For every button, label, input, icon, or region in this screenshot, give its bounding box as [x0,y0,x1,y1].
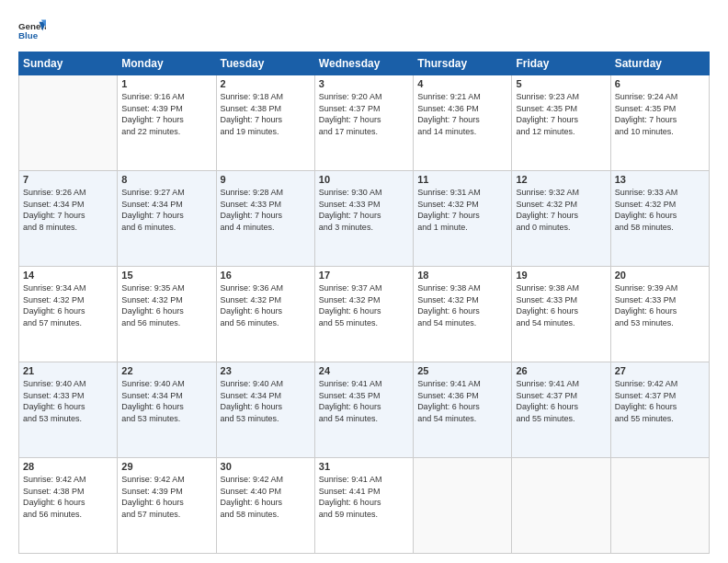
col-header-wednesday: Wednesday [314,52,413,75]
day-number: 10 [319,174,409,185]
day-number: 30 [221,461,311,472]
calendar-cell: 10Sunrise: 9:30 AM Sunset: 4:33 PM Dayli… [314,171,413,267]
day-number: 7 [23,174,113,185]
calendar-cell: 9Sunrise: 9:28 AM Sunset: 4:33 PM Daylig… [216,171,314,267]
cell-info: Sunrise: 9:41 AM Sunset: 4:35 PM Dayligh… [319,378,409,424]
page: General Blue SundayMondayTuesdayWednesda… [0,0,728,563]
day-number: 4 [417,78,507,89]
calendar-cell: 15Sunrise: 9:35 AM Sunset: 4:32 PM Dayli… [118,267,216,362]
day-number: 29 [121,461,211,472]
day-number: 13 [615,174,705,185]
day-number: 22 [121,365,211,376]
cell-info: Sunrise: 9:40 AM Sunset: 4:34 PM Dayligh… [221,378,311,424]
day-number: 8 [121,174,211,185]
day-number: 27 [615,365,705,376]
day-number: 31 [319,461,409,472]
day-number: 2 [221,78,311,89]
logo: General Blue [18,17,46,44]
day-number: 20 [615,270,705,281]
day-number: 24 [319,365,409,376]
calendar-cell: 31Sunrise: 9:41 AM Sunset: 4:41 PM Dayli… [314,458,413,554]
calendar-cell: 23Sunrise: 9:40 AM Sunset: 4:34 PM Dayli… [216,362,314,458]
cell-info: Sunrise: 9:21 AM Sunset: 4:36 PM Dayligh… [417,91,507,137]
calendar-cell: 16Sunrise: 9:36 AM Sunset: 4:32 PM Dayli… [216,267,314,362]
day-number: 12 [516,174,606,185]
calendar-cell: 5Sunrise: 9:23 AM Sunset: 4:35 PM Daylig… [512,75,610,171]
calendar-cell: 28Sunrise: 9:42 AM Sunset: 4:38 PM Dayli… [19,458,118,554]
cell-info: Sunrise: 9:20 AM Sunset: 4:37 PM Dayligh… [319,91,409,137]
calendar-cell: 30Sunrise: 9:42 AM Sunset: 4:40 PM Dayli… [216,458,314,554]
day-number: 21 [23,365,113,376]
calendar-table: SundayMondayTuesdayWednesdayThursdayFrid… [18,52,710,554]
cell-info: Sunrise: 9:26 AM Sunset: 4:34 PM Dayligh… [23,187,113,233]
day-number: 3 [319,78,409,89]
calendar-cell: 17Sunrise: 9:37 AM Sunset: 4:32 PM Dayli… [314,267,413,362]
cell-info: Sunrise: 9:16 AM Sunset: 4:39 PM Dayligh… [121,91,211,137]
cell-info: Sunrise: 9:32 AM Sunset: 4:32 PM Dayligh… [516,187,606,233]
calendar-cell: 26Sunrise: 9:41 AM Sunset: 4:37 PM Dayli… [512,362,610,458]
calendar-cell: 20Sunrise: 9:39 AM Sunset: 4:33 PM Dayli… [610,267,709,362]
calendar-cell: 13Sunrise: 9:33 AM Sunset: 4:32 PM Dayli… [610,171,709,267]
cell-info: Sunrise: 9:33 AM Sunset: 4:32 PM Dayligh… [615,187,705,233]
cell-info: Sunrise: 9:41 AM Sunset: 4:36 PM Dayligh… [417,378,507,424]
calendar-cell: 29Sunrise: 9:42 AM Sunset: 4:39 PM Dayli… [118,458,216,554]
cell-info: Sunrise: 9:36 AM Sunset: 4:32 PM Dayligh… [221,282,311,328]
day-number: 19 [516,270,606,281]
day-number: 6 [615,78,705,89]
cell-info: Sunrise: 9:23 AM Sunset: 4:35 PM Dayligh… [516,91,606,137]
calendar-cell: 27Sunrise: 9:42 AM Sunset: 4:37 PM Dayli… [610,362,709,458]
day-number: 5 [516,78,606,89]
day-number: 26 [516,365,606,376]
calendar-cell [610,458,709,554]
col-header-monday: Monday [118,52,216,75]
calendar-cell: 6Sunrise: 9:24 AM Sunset: 4:35 PM Daylig… [610,75,709,171]
calendar-cell: 2Sunrise: 9:18 AM Sunset: 4:38 PM Daylig… [216,75,314,171]
day-number: 28 [23,461,113,472]
day-number: 25 [417,365,507,376]
cell-info: Sunrise: 9:30 AM Sunset: 4:33 PM Dayligh… [319,187,409,233]
header: General Blue [18,17,710,44]
cell-info: Sunrise: 9:41 AM Sunset: 4:37 PM Dayligh… [516,378,606,424]
calendar-cell: 8Sunrise: 9:27 AM Sunset: 4:34 PM Daylig… [118,171,216,267]
cell-info: Sunrise: 9:39 AM Sunset: 4:33 PM Dayligh… [615,282,705,328]
cell-info: Sunrise: 9:40 AM Sunset: 4:33 PM Dayligh… [23,378,113,424]
cell-info: Sunrise: 9:42 AM Sunset: 4:39 PM Dayligh… [121,474,211,520]
day-number: 16 [221,270,311,281]
cell-info: Sunrise: 9:18 AM Sunset: 4:38 PM Dayligh… [221,91,311,137]
day-number: 23 [221,365,311,376]
cell-info: Sunrise: 9:42 AM Sunset: 4:40 PM Dayligh… [221,474,311,520]
col-header-tuesday: Tuesday [216,52,314,75]
calendar-cell: 19Sunrise: 9:38 AM Sunset: 4:33 PM Dayli… [512,267,610,362]
day-number: 14 [23,270,113,281]
calendar-cell: 22Sunrise: 9:40 AM Sunset: 4:34 PM Dayli… [118,362,216,458]
calendar-cell [19,75,118,171]
day-number: 9 [221,174,311,185]
cell-info: Sunrise: 9:37 AM Sunset: 4:32 PM Dayligh… [319,282,409,328]
calendar-cell: 11Sunrise: 9:31 AM Sunset: 4:32 PM Dayli… [414,171,512,267]
col-header-thursday: Thursday [414,52,512,75]
cell-info: Sunrise: 9:31 AM Sunset: 4:32 PM Dayligh… [417,187,507,233]
cell-info: Sunrise: 9:35 AM Sunset: 4:32 PM Dayligh… [121,282,211,328]
svg-text:Blue: Blue [18,30,39,40]
day-number: 18 [417,270,507,281]
cell-info: Sunrise: 9:24 AM Sunset: 4:35 PM Dayligh… [615,91,705,137]
calendar-cell: 24Sunrise: 9:41 AM Sunset: 4:35 PM Dayli… [314,362,413,458]
col-header-sunday: Sunday [19,52,118,75]
calendar-cell: 4Sunrise: 9:21 AM Sunset: 4:36 PM Daylig… [414,75,512,171]
logo-icon: General Blue [18,17,46,44]
day-number: 15 [121,270,211,281]
col-header-saturday: Saturday [610,52,709,75]
cell-info: Sunrise: 9:38 AM Sunset: 4:32 PM Dayligh… [417,282,507,328]
calendar-cell: 7Sunrise: 9:26 AM Sunset: 4:34 PM Daylig… [19,171,118,267]
calendar-cell: 21Sunrise: 9:40 AM Sunset: 4:33 PM Dayli… [19,362,118,458]
cell-info: Sunrise: 9:42 AM Sunset: 4:37 PM Dayligh… [615,378,705,424]
calendar-cell: 14Sunrise: 9:34 AM Sunset: 4:32 PM Dayli… [19,267,118,362]
calendar-cell: 25Sunrise: 9:41 AM Sunset: 4:36 PM Dayli… [414,362,512,458]
col-header-friday: Friday [512,52,610,75]
day-number: 17 [319,270,409,281]
calendar-cell: 3Sunrise: 9:20 AM Sunset: 4:37 PM Daylig… [314,75,413,171]
day-number: 1 [121,78,211,89]
calendar-cell: 18Sunrise: 9:38 AM Sunset: 4:32 PM Dayli… [414,267,512,362]
cell-info: Sunrise: 9:34 AM Sunset: 4:32 PM Dayligh… [23,282,113,328]
calendar-cell: 12Sunrise: 9:32 AM Sunset: 4:32 PM Dayli… [512,171,610,267]
